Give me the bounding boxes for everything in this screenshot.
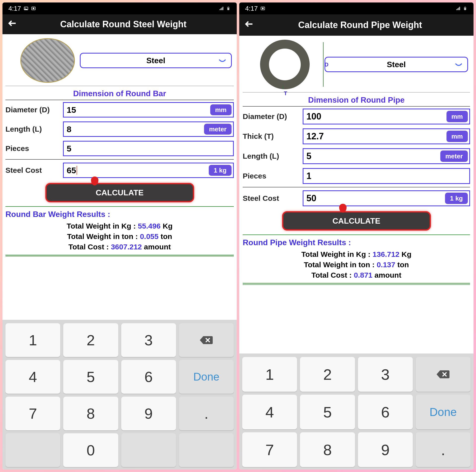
unit-chip-mm[interactable]: mm (210, 104, 232, 115)
pipe-diagram: D ↕ T (260, 40, 320, 89)
length-input[interactable]: 5 meter (303, 148, 470, 164)
key-done[interactable]: Done (179, 360, 234, 394)
svg-rect-4 (220, 9, 220, 10)
key-4[interactable]: 4 (242, 395, 297, 429)
material-dropdown[interactable]: Steel (80, 53, 232, 68)
svg-point-1 (25, 8, 26, 8)
pieces-label: Pieces (243, 172, 300, 180)
phone-left: 4:17 Calculate Round Steel Weight (2, 2, 237, 470)
status-time: 4:17 (245, 5, 258, 12)
key-6[interactable]: 6 (358, 395, 413, 429)
content-area: Steel Dimension of Round Bar Diameter (D… (2, 34, 237, 320)
result-cost: Total Cost : 3607.212 amount (5, 242, 234, 252)
key-5[interactable]: 5 (63, 360, 118, 394)
screen-record-icon (31, 6, 36, 11)
dropdown-value: Steel (146, 56, 165, 65)
cost-label: Steel Cost (243, 194, 300, 203)
diameter-label: Diameter (D) (5, 106, 60, 114)
key-dot[interactable]: . (179, 397, 234, 430)
results-title: Round Bar Weight Results : (5, 209, 234, 221)
unit-chip-mm[interactable]: mm (446, 111, 468, 122)
numeric-keyboard: 1 2 3 4 5 6 Done 7 8 9 . 0 (2, 320, 237, 470)
numeric-keyboard: 1 2 3 4 5 6 Done 7 8 9 . (239, 354, 474, 470)
key-0[interactable]: 0 (63, 433, 118, 467)
key-blank3[interactable] (179, 433, 234, 467)
rebar-image (20, 38, 75, 83)
unit-chip-meter[interactable]: meter (440, 150, 468, 162)
app-bar: Calculate Round Steel Weight (2, 14, 237, 34)
key-backspace[interactable] (179, 323, 234, 357)
app-bar: Calculate Round Pipe Weight (239, 14, 474, 36)
svg-rect-14 (457, 8, 458, 10)
image-icon (24, 6, 29, 11)
diameter-input[interactable]: 15 mm (63, 102, 234, 118)
key-9[interactable]: 9 (121, 397, 176, 430)
key-2[interactable]: 2 (300, 357, 355, 392)
status-time: 4:17 (8, 5, 21, 12)
key-2[interactable]: 2 (63, 323, 118, 357)
backspace-icon (436, 369, 450, 379)
svg-point-12 (262, 8, 263, 9)
chevron-down-icon (455, 62, 462, 67)
svg-rect-7 (223, 7, 223, 10)
length-label: Length (L) (5, 125, 60, 133)
svg-rect-6 (222, 8, 222, 10)
key-6[interactable]: 6 (121, 360, 176, 394)
page-title: Calculate Round Pipe Weight (262, 20, 469, 30)
key-blank2[interactable] (121, 433, 176, 467)
pieces-input[interactable]: 5 (63, 141, 234, 156)
svg-rect-15 (458, 8, 459, 10)
chevron-down-icon (219, 58, 226, 63)
key-5[interactable]: 5 (300, 395, 355, 429)
key-3[interactable]: 3 (121, 323, 176, 357)
unit-chip-meter[interactable]: meter (204, 124, 232, 135)
length-label: Length (L) (243, 152, 300, 160)
svg-rect-10 (228, 7, 229, 7)
key-backspace[interactable] (416, 357, 471, 392)
result-kg: Total Weight in Kg : 136.712 Kg (243, 249, 470, 260)
signal-icon (456, 6, 461, 11)
cost-input[interactable]: 50 1 kg (303, 190, 470, 206)
svg-point-3 (33, 8, 34, 9)
screen-record-icon (260, 6, 265, 11)
svg-rect-9 (228, 8, 229, 10)
length-input[interactable]: 8 meter (63, 121, 234, 137)
pieces-input[interactable]: 1 (303, 168, 470, 184)
key-done[interactable]: Done (416, 395, 471, 429)
diameter-input[interactable]: 100 mm (303, 109, 470, 124)
phone-right: 4:17 Calculate Round Pipe Weight D ↕ (239, 2, 474, 470)
key-1[interactable]: 1 (242, 357, 297, 392)
calculate-button[interactable]: CALCULATE (282, 211, 431, 231)
result-ton: Total Weight in ton : 0.055 ton (5, 231, 234, 242)
key-7[interactable]: 7 (242, 432, 297, 467)
material-dropdown[interactable]: Steel (325, 57, 468, 72)
battery-icon (226, 6, 231, 11)
results-title: Round Pipe Weight Results : (243, 237, 470, 249)
status-bar: 4:17 (2, 2, 237, 14)
unit-chip-mm[interactable]: mm (446, 131, 468, 142)
key-4[interactable]: 4 (5, 360, 60, 394)
text-cursor (77, 166, 77, 175)
dropdown-value: Steel (387, 60, 406, 69)
result-ton: Total Weight in ton : 0.137 ton (243, 260, 470, 270)
key-7[interactable]: 7 (5, 397, 60, 430)
calculate-button[interactable]: CALCULATE (45, 183, 194, 202)
thick-input[interactable]: 12.7 mm (303, 128, 470, 144)
unit-chip-kg[interactable]: 1 kg (445, 193, 468, 204)
key-1[interactable]: 1 (5, 323, 60, 357)
back-button[interactable] (7, 18, 17, 30)
svg-rect-19 (465, 7, 466, 7)
signal-icon (219, 6, 224, 11)
content-area: D ↕ T Steel Dimension of Round Pipe Diam… (239, 36, 474, 354)
thick-label: Thick (T) (243, 132, 300, 141)
back-button[interactable] (244, 19, 254, 31)
cost-input[interactable]: 65 1 kg (63, 163, 234, 178)
key-blank[interactable] (5, 433, 60, 467)
key-dot[interactable]: . (416, 432, 471, 467)
key-9[interactable]: 9 (358, 432, 413, 467)
unit-chip-kg[interactable]: 1 kg (209, 165, 232, 176)
key-8[interactable]: 8 (63, 397, 118, 430)
key-3[interactable]: 3 (358, 357, 413, 392)
key-8[interactable]: 8 (300, 432, 355, 467)
svg-rect-13 (456, 9, 457, 10)
